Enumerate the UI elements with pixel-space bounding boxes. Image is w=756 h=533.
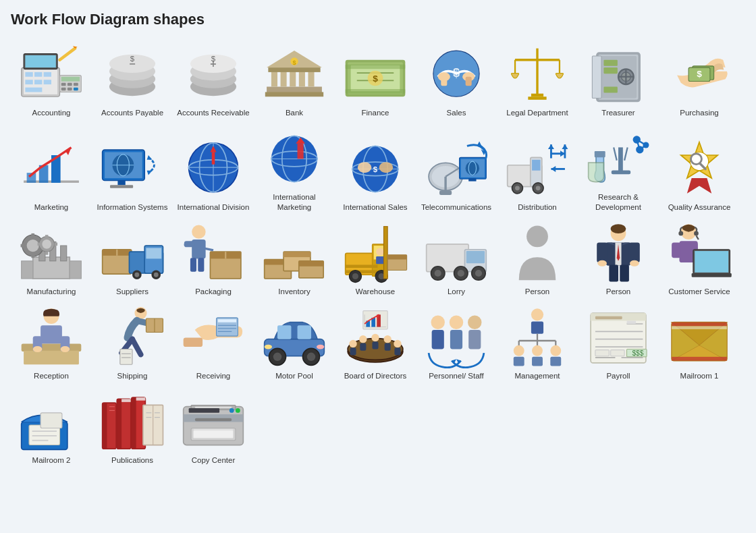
svg-point-116 xyxy=(379,163,393,173)
icon-warehouse xyxy=(342,223,409,284)
svg-rect-202 xyxy=(284,252,310,258)
item-marketing[interactable]: Marketing xyxy=(11,125,92,217)
icon-quality-assurance xyxy=(666,139,733,200)
item-reception[interactable]: Reception xyxy=(11,304,92,385)
item-telecommunications[interactable]: Telecommunications xyxy=(416,125,497,217)
icon-suppliers xyxy=(99,223,166,284)
item-quality-assurance[interactable]: Quality Assurance xyxy=(659,125,740,217)
svg-rect-163 xyxy=(22,261,33,279)
item-warehouse[interactable]: Warehouse xyxy=(335,219,416,301)
item-mailroom2[interactable]: Mailroom 2 xyxy=(11,388,92,470)
item-suppliers[interactable]: Suppliers xyxy=(92,219,173,301)
item-bank[interactable]: $ Bank xyxy=(254,40,335,122)
item-lorry[interactable]: Lorry xyxy=(416,219,497,301)
svg-rect-52 xyxy=(346,88,406,93)
item-shipping[interactable]: Shipping xyxy=(92,304,173,385)
label-person1: Person xyxy=(525,287,549,297)
item-international-sales[interactable]: $ International Sales xyxy=(335,125,416,217)
icon-accounts-payable: − $ xyxy=(99,45,166,105)
label-marketing: Marketing xyxy=(34,202,69,213)
item-accounts-payable[interactable]: − $ Accounts Payable xyxy=(92,40,173,122)
item-board-of-directors[interactable]: Board of Directors xyxy=(335,304,416,385)
icon-reception xyxy=(18,308,85,368)
item-customer-service[interactable]: Customer Service xyxy=(659,219,740,301)
svg-point-169 xyxy=(27,240,39,252)
label-copy-center: Copy Center xyxy=(192,455,236,466)
label-payroll: Payroll xyxy=(606,371,630,381)
svg-text:$: $ xyxy=(373,165,378,173)
svg-rect-123 xyxy=(439,191,452,196)
icon-personnel-staff xyxy=(423,308,490,368)
item-distribution[interactable]: Distribution xyxy=(497,125,578,217)
svg-rect-255 xyxy=(24,351,79,364)
svg-point-288 xyxy=(383,335,391,343)
icon-purchasing: $ $ xyxy=(666,45,733,105)
item-finance[interactable]: $ Finance xyxy=(335,40,416,122)
svg-point-126 xyxy=(466,162,479,175)
item-accounting[interactable]: Accounting xyxy=(11,40,92,122)
svg-rect-39 xyxy=(268,67,320,72)
item-sales[interactable]: $ Sales xyxy=(416,40,497,122)
svg-rect-7 xyxy=(44,80,51,84)
item-copy-center[interactable]: Copy Center xyxy=(173,388,254,470)
item-management[interactable]: Management xyxy=(497,304,578,385)
svg-text:$$$: $$$ xyxy=(632,349,643,357)
item-motor-pool[interactable]: Motor Pool xyxy=(254,304,335,385)
svg-point-228 xyxy=(526,226,548,248)
svg-point-375 xyxy=(236,408,240,413)
item-legal-department[interactable]: Legal Department xyxy=(497,40,578,122)
svg-point-286 xyxy=(359,335,367,343)
svg-rect-377 xyxy=(195,418,232,422)
item-research-development[interactable]: Research & Development xyxy=(578,125,659,217)
label-accounts-receivable: Accounts Receivable xyxy=(177,108,249,118)
svg-rect-350 xyxy=(40,413,62,428)
svg-point-239 xyxy=(630,260,639,266)
svg-rect-250 xyxy=(695,251,728,273)
svg-rect-240 xyxy=(609,265,618,282)
item-publications[interactable]: Publications xyxy=(92,388,173,470)
svg-point-243 xyxy=(678,231,683,236)
item-payroll[interactable]: $$$ Payroll xyxy=(578,304,659,385)
item-international-division[interactable]: International Division xyxy=(173,125,254,217)
icon-mailroom1 xyxy=(666,308,733,368)
svg-rect-185 xyxy=(146,248,161,259)
svg-point-278 xyxy=(273,353,281,361)
item-treasurer[interactable]: Treasurer xyxy=(578,40,659,122)
svg-rect-4 xyxy=(44,72,51,76)
icon-inventory xyxy=(261,223,328,284)
item-packaging[interactable]: Packaging xyxy=(173,219,254,301)
svg-rect-292 xyxy=(372,341,378,349)
svg-rect-35 xyxy=(281,71,287,86)
svg-rect-37 xyxy=(299,71,305,86)
svg-rect-311 xyxy=(531,322,543,334)
svg-point-137 xyxy=(536,186,541,191)
svg-rect-164 xyxy=(70,261,81,279)
item-personnel-staff[interactable]: Personnel/ Staff xyxy=(416,304,497,385)
svg-rect-306 xyxy=(450,330,462,349)
svg-rect-151 xyxy=(595,152,605,158)
svg-rect-76 xyxy=(603,59,617,65)
item-mailroom1[interactable]: Mailroom 1 xyxy=(659,304,740,385)
item-purchasing[interactable]: $ $ Purchasing xyxy=(659,40,740,122)
svg-rect-237 xyxy=(629,243,640,263)
svg-text:$: $ xyxy=(697,68,702,78)
svg-text:$: $ xyxy=(373,73,378,83)
item-manufacturing[interactable]: Manufacturing xyxy=(11,219,92,301)
svg-rect-352 xyxy=(103,403,107,449)
svg-marker-308 xyxy=(456,360,461,364)
label-manufacturing: Manufacturing xyxy=(27,287,76,297)
item-person2[interactable]: Person xyxy=(578,219,659,301)
item-information-systems[interactable]: Information Systems xyxy=(92,125,173,217)
item-inventory[interactable]: Inventory xyxy=(254,219,335,301)
svg-point-115 xyxy=(358,163,371,173)
svg-text:$: $ xyxy=(292,59,296,65)
item-accounts-receivable[interactable]: + $ Accounts Receivable xyxy=(173,40,254,122)
label-publications: Publications xyxy=(111,455,153,466)
svg-text:$: $ xyxy=(453,65,460,79)
item-person1[interactable]: Person xyxy=(497,219,578,301)
icon-manufacturing xyxy=(18,223,85,284)
icon-finance: $ xyxy=(342,45,409,105)
item-international-marketing[interactable]: International Marketing xyxy=(254,125,335,217)
svg-point-208 xyxy=(376,248,383,256)
item-receiving[interactable]: Receiving xyxy=(173,304,254,385)
